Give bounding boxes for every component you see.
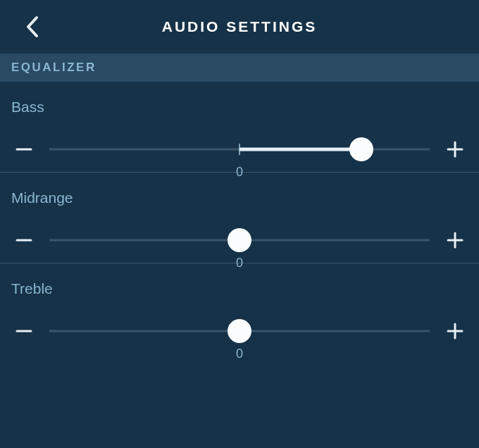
section-header-equalizer: EQUALIZER bbox=[0, 54, 479, 82]
slider-thumb[interactable] bbox=[228, 228, 251, 252]
treble-decrease-button[interactable] bbox=[11, 318, 37, 344]
slider-row-midrange: Midrange 0 bbox=[0, 173, 479, 263]
plus-icon bbox=[445, 321, 465, 341]
section-header-label: EQUALIZER bbox=[11, 61, 97, 75]
midrange-increase-button[interactable] bbox=[442, 228, 468, 253]
slider-thumb[interactable] bbox=[228, 319, 251, 343]
minus-icon bbox=[14, 230, 34, 250]
minus-icon bbox=[14, 321, 34, 341]
slider-label-midrange: Midrange bbox=[11, 189, 468, 206]
plus-icon bbox=[445, 139, 465, 159]
slider-row-bass: Bass 0 bbox=[0, 82, 479, 173]
bass-increase-button[interactable] bbox=[442, 137, 468, 162]
slider-label-bass: Bass bbox=[11, 99, 468, 116]
midrange-decrease-button[interactable] bbox=[11, 228, 37, 253]
slider-fill bbox=[240, 148, 361, 151]
header: AUDIO SETTINGS bbox=[0, 0, 479, 54]
page-title: AUDIO SETTINGS bbox=[162, 18, 318, 35]
bass-slider[interactable]: 0 bbox=[49, 137, 430, 162]
slider-row-treble: Treble 0 bbox=[0, 263, 479, 354]
midrange-slider[interactable]: 0 bbox=[49, 228, 430, 253]
slider-zero-label: 0 bbox=[236, 256, 243, 270]
treble-slider[interactable]: 0 bbox=[49, 318, 430, 344]
slider-thumb[interactable] bbox=[349, 137, 373, 161]
chevron-left-icon bbox=[25, 15, 40, 39]
slider-zero-label: 0 bbox=[236, 347, 243, 361]
minus-icon bbox=[14, 139, 34, 159]
bass-decrease-button[interactable] bbox=[11, 137, 37, 162]
treble-increase-button[interactable] bbox=[442, 318, 468, 344]
back-button[interactable] bbox=[18, 13, 46, 41]
plus-icon bbox=[445, 230, 465, 250]
slider-label-treble: Treble bbox=[11, 280, 468, 297]
slider-zero-label: 0 bbox=[236, 165, 243, 180]
